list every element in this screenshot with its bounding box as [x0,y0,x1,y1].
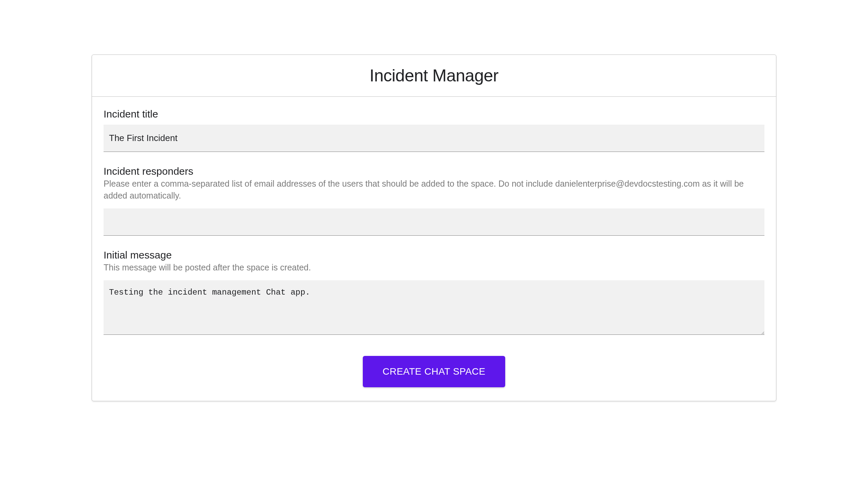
card-body: Incident title Incident responders Pleas… [92,97,776,401]
incident-responders-label: Incident responders [104,166,764,177]
initial-message-label: Initial message [104,249,764,261]
initial-message-helper: This message will be posted after the sp… [104,262,764,273]
incident-title-input[interactable] [104,125,764,152]
page-title: Incident Manager [92,66,776,85]
initial-message-textarea[interactable] [104,280,764,335]
card-header: Incident Manager [92,55,776,97]
initial-message-section: Initial message This message will be pos… [104,249,764,336]
incident-title-section: Incident title [104,108,764,152]
incident-responders-section: Incident responders Please enter a comma… [104,166,764,236]
incident-title-label: Incident title [104,108,764,120]
incident-manager-card: Incident Manager Incident title Incident… [92,54,776,401]
button-container: CREATE CHAT SPACE [104,356,764,387]
incident-responders-helper: Please enter a comma-separated list of e… [104,178,764,202]
incident-responders-input[interactable] [104,208,764,236]
create-chat-space-button[interactable]: CREATE CHAT SPACE [363,356,505,387]
